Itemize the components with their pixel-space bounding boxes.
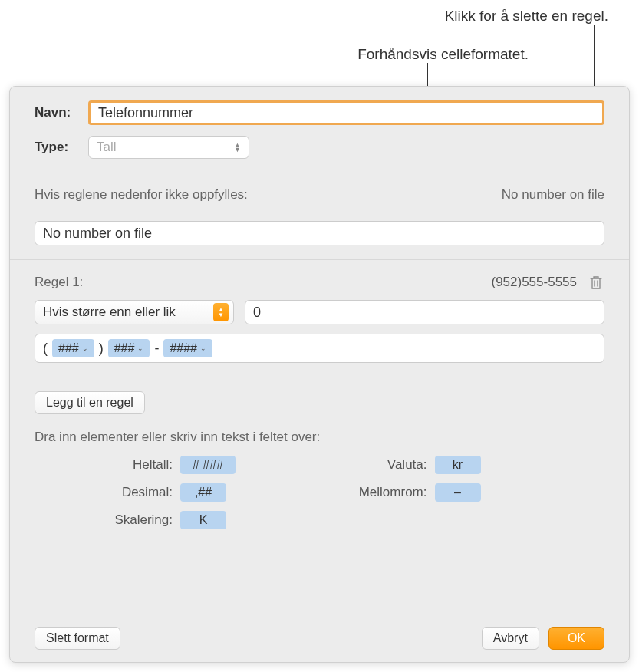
rule-preview: (952)555-5555 bbox=[491, 275, 577, 290]
chevron-down-icon: ⌄ bbox=[137, 344, 143, 352]
name-label: Navn: bbox=[35, 105, 88, 120]
format-token[interactable]: ### ⌄ bbox=[108, 339, 150, 357]
compare-value-input[interactable] bbox=[245, 300, 604, 324]
callout-area: Klikk for å slette en regel. Forhåndsvis… bbox=[0, 0, 639, 86]
chevron-updown-icon: ▲▼ bbox=[213, 303, 229, 321]
integer-token[interactable]: # ### bbox=[180, 456, 236, 474]
chevron-updown-icon: ▲▼ bbox=[234, 143, 241, 152]
ok-button[interactable]: OK bbox=[548, 627, 604, 650]
chevron-down-icon: ⌄ bbox=[82, 344, 88, 352]
currency-token[interactable]: kr bbox=[435, 456, 481, 474]
trash-icon bbox=[589, 275, 603, 290]
space-label: Mellomrom: bbox=[358, 485, 427, 500]
scale-label: Skalering: bbox=[104, 512, 173, 528]
chevron-down-icon: ⌄ bbox=[200, 344, 206, 352]
format-token[interactable]: ### ⌄ bbox=[52, 339, 94, 357]
condition-value: Hvis større enn eller lik bbox=[43, 305, 176, 320]
decimal-token[interactable]: ,## bbox=[180, 483, 226, 502]
callout-preview-format: Forhåndsvis celleformatet. bbox=[357, 46, 529, 63]
type-label: Type: bbox=[35, 140, 88, 155]
fallback-preview: No number on file bbox=[502, 187, 604, 203]
condition-select[interactable]: Hvis større enn eller lik ▲▼ bbox=[35, 300, 234, 324]
decimal-label: Desimal: bbox=[104, 485, 173, 500]
integer-label: Heltall: bbox=[104, 457, 173, 473]
type-value: Tall bbox=[97, 140, 117, 155]
format-token[interactable]: #### ⌄ bbox=[163, 339, 212, 357]
callout-delete-rule: Klikk for å slette en regel. bbox=[445, 8, 608, 25]
add-rule-button[interactable]: Legg til en regel bbox=[35, 391, 145, 414]
delete-format-button[interactable]: Slett format bbox=[35, 627, 120, 650]
tokens-palette: Heltall: # ### Valuta: kr Desimal: ,## M… bbox=[35, 456, 604, 529]
drag-hint: Dra inn elementer eller skriv inn tekst … bbox=[35, 430, 604, 445]
fallback-input[interactable] bbox=[35, 221, 604, 245]
name-input[interactable] bbox=[88, 100, 604, 125]
space-token[interactable]: – bbox=[435, 483, 481, 502]
literal-char: - bbox=[153, 341, 160, 357]
delete-rule-button[interactable] bbox=[588, 274, 604, 291]
format-pattern-input[interactable]: ( ### ⌄ ) ### ⌄ - #### ⌄ bbox=[35, 334, 604, 363]
dialog-footer: Slett format Avbryt OK bbox=[10, 614, 629, 662]
cancel-button[interactable]: Avbryt bbox=[482, 627, 539, 650]
type-select[interactable]: Tall ▲▼ bbox=[88, 136, 249, 159]
currency-label: Valuta: bbox=[358, 457, 427, 473]
literal-char: ( bbox=[41, 341, 49, 357]
scale-token[interactable]: K bbox=[180, 511, 226, 529]
literal-char: ) bbox=[97, 341, 105, 357]
fallback-heading: Hvis reglene nedenfor ikke oppfylles: bbox=[35, 187, 248, 203]
rule-title: Regel 1: bbox=[35, 275, 83, 290]
custom-format-dialog: Navn: Type: Tall ▲▼ Hvis reglene nedenfo… bbox=[9, 86, 630, 663]
